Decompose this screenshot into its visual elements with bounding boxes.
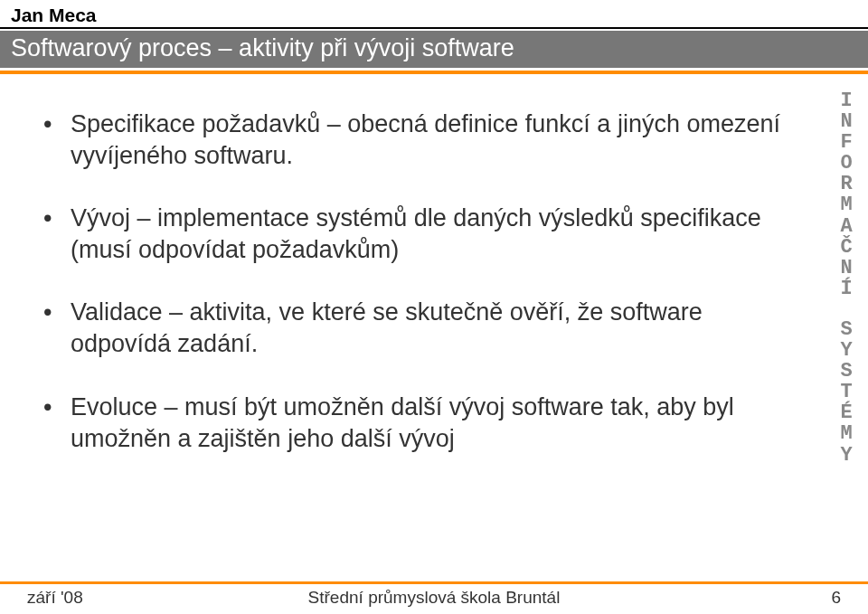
sidebar-vertical-text: INFORMAČNÍ SYSTÉMY: [834, 90, 859, 466]
list-item: Vývoj – implementace systémů dle daných …: [18, 203, 787, 266]
bullet-list: Specifikace požadavků – obecná definice …: [18, 109, 787, 455]
list-item: Validace – aktivita, ve které se skutečn…: [18, 297, 787, 360]
footer-page-number: 6: [831, 588, 841, 608]
list-item: Evoluce – musí být umožněn další vývoj s…: [18, 392, 787, 455]
footer: Střední průmyslová škola Bruntál září '0…: [0, 581, 868, 614]
sidebar-word-2: SYSTÉMY: [834, 319, 859, 466]
footer-center: Střední průmyslová škola Bruntál: [0, 588, 868, 608]
slide-title: Softwarový proces – aktivity při vývoji …: [11, 34, 514, 61]
author-name: Jan Meca: [11, 5, 97, 26]
title-bar: Softwarový proces – aktivity při vývoji …: [0, 31, 868, 68]
slide: Jan Meca Softwarový proces – aktivity př…: [0, 0, 868, 614]
footer-date: září '08: [27, 588, 83, 608]
title-accent-line: [0, 71, 868, 74]
list-item: Specifikace požadavků – obecná definice …: [18, 109, 787, 172]
author-underline: [0, 27, 868, 29]
content-area: Specifikace požadavků – obecná definice …: [18, 109, 787, 486]
sidebar-word-1: INFORMAČNÍ: [834, 90, 859, 299]
